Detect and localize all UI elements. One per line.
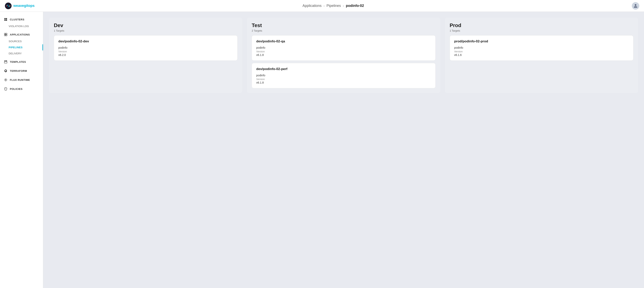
sidebar-section-applications: APPLICATIONS SOURCES PIPELINES DELIVERY [0,31,43,56]
pipeline-column-dev: Dev1 Targetsdev/podinfo-02-devpodinfoVer… [49,18,242,93]
target-name: dev/podinfo-02-perf [256,67,431,71]
target-card-dev-0[interactable]: dev/podinfo-02-devpodinfoVersionv6.2.0 [54,35,238,61]
svg-rect-8 [6,33,7,34]
sidebar-item-applications[interactable]: APPLICATIONS [0,31,43,38]
terraform-icon [4,69,8,73]
svg-rect-4 [6,18,7,19]
flux-runtime-label: FLUX RUNTIME [10,78,30,81]
applications-label: APPLICATIONS [10,33,30,36]
sidebar-item-violation-log[interactable]: VIOLATION LOG [0,23,43,29]
sidebar-item-policies[interactable]: POLICIES [0,85,43,93]
column-title-test: Test [252,22,435,28]
target-version-label: Version [256,50,431,53]
target-version-value: v6.1.8 [256,81,431,84]
breadcrumb-applications[interactable]: Applications [302,4,322,8]
target-version-value: v6.1.8 [256,53,431,56]
main-content: Dev1 Targetsdev/podinfo-02-devpodinfoVer… [43,12,644,288]
target-card-test-0[interactable]: dev/podinfo-02-qapodinfoVersionv6.1.8 [252,35,435,61]
sidebar-item-clusters[interactable]: CLUSTERS [0,16,43,23]
column-targets-dev: 1 Targets [54,29,238,32]
breadcrumb-sep-1: › [324,4,324,8]
templates-icon [4,60,8,64]
breadcrumb-current: podinfo-02 [346,4,364,8]
policies-icon [4,87,8,91]
sidebar-item-flux-runtime[interactable]: FLUX RUNTIME [0,76,43,84]
sidebar-section-terraform: TERRAFORM [0,67,43,75]
breadcrumb-pipelines[interactable]: Pipelines [326,4,341,8]
target-app: podinfo [256,46,431,49]
svg-point-16 [5,79,6,80]
sidebar-item-templates[interactable]: TEMPLATES [0,58,43,66]
svg-rect-7 [4,33,6,34]
target-version-value: v6.1.6 [454,53,629,56]
target-version-value: v6.2.0 [58,53,233,56]
policies-label: POLICIES [10,88,22,90]
person-icon [634,4,638,8]
target-app: podinfo [256,74,431,77]
svg-rect-11 [4,60,6,61]
svg-rect-13 [4,62,7,63]
sidebar-section-policies: POLICIES [0,85,43,93]
svg-point-1 [6,5,7,6]
svg-point-17 [6,89,6,89]
target-version-label: Version [256,78,431,81]
sidebar-section-flux-runtime: FLUX RUNTIME [0,76,43,84]
sidebar-item-terraform[interactable]: TERRAFORM [0,67,43,75]
pipeline-grid: Dev1 Targetsdev/podinfo-02-devpodinfoVer… [49,18,638,93]
sidebar-section-templates: TEMPLATES [0,58,43,66]
clusters-icon [4,18,8,21]
sidebar: CLUSTERS VIOLATION LOG APPLICATIONS SOUR… [0,12,43,288]
target-name: dev/podinfo-02-dev [58,39,233,43]
target-card-prod-0[interactable]: prod/podinfo-02-prodpodinfoVersionv6.1.6 [450,35,634,61]
svg-rect-9 [4,35,6,36]
target-version-label: Version [454,50,629,53]
sidebar-item-pipelines[interactable]: PIPELINES [0,44,43,50]
column-title-dev: Dev [54,22,238,28]
target-app: podinfo [58,46,233,49]
column-targets-test: 2 Targets [252,29,435,32]
logo[interactable]: weavegitops [5,2,34,9]
sidebar-section-clusters: CLUSTERS VIOLATION LOG [0,16,43,29]
sidebar-item-sources[interactable]: SOURCES [0,38,43,44]
svg-point-2 [10,5,10,6]
layout: CLUSTERS VIOLATION LOG APPLICATIONS SOUR… [0,12,644,288]
logo-icon [5,2,12,9]
clusters-label: CLUSTERS [10,18,24,21]
target-version-label: Version [58,50,233,53]
logo-text: weavegitops [13,4,34,8]
svg-rect-10 [6,35,7,36]
column-targets-prod: 1 Targets [450,29,634,32]
column-title-prod: Prod [450,22,634,28]
flux-icon [4,78,8,82]
svg-rect-12 [6,60,7,61]
breadcrumb-sep-2: › [343,4,344,8]
applications-icon [4,33,8,36]
target-name: dev/podinfo-02-qa [256,39,431,43]
target-name: prod/podinfo-02-prod [454,39,629,43]
avatar[interactable] [632,2,639,10]
pipeline-column-prod: Prod1 Targetsprod/podinfo-02-prodpodinfo… [445,18,638,93]
svg-rect-5 [4,20,6,21]
svg-rect-3 [4,18,6,19]
sidebar-item-delivery[interactable]: DELIVERY [0,50,43,56]
terraform-label: TERRAFORM [10,69,27,72]
breadcrumb: Applications › Pipelines › podinfo-02 [302,4,364,8]
target-card-test-1[interactable]: dev/podinfo-02-perfpodinfoVersionv6.1.8 [252,63,435,88]
target-app: podinfo [454,46,629,49]
header: weavegitops Applications › Pipelines › p… [0,0,644,12]
pipeline-column-test: Test2 Targetsdev/podinfo-02-qapodinfoVer… [247,18,440,93]
svg-rect-6 [6,20,7,21]
templates-label: TEMPLATES [10,60,26,63]
